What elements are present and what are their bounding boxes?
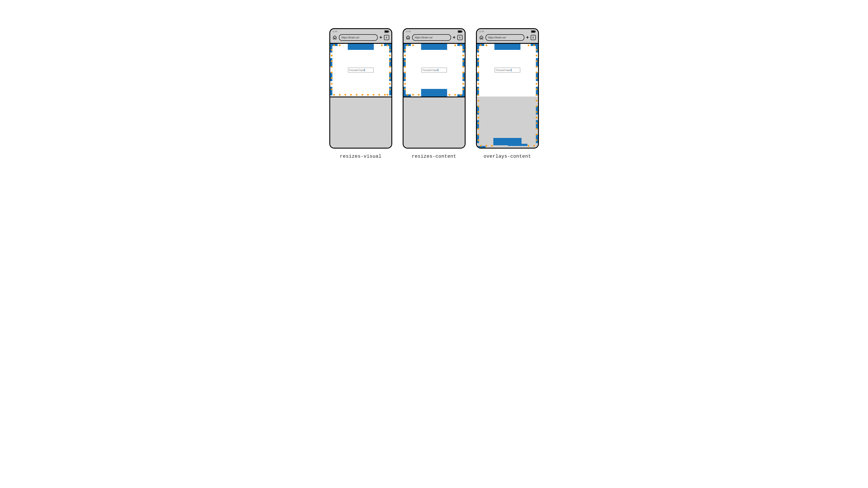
- visual-viewport-dot: [333, 44, 335, 46]
- text-cursor-icon: [365, 69, 365, 71]
- visual-viewport-dot: [533, 145, 535, 147]
- visual-viewport-dot: [412, 44, 414, 46]
- visual-viewport-dot: [536, 89, 537, 90]
- layout-border-dash: [404, 58, 406, 67]
- tab-count-button[interactable]: 5: [384, 35, 389, 40]
- layout-border-dash: [330, 44, 332, 53]
- visual-viewport-dot: [404, 72, 406, 73]
- browser-toolbar: https://bram.us/ + 5: [477, 33, 538, 43]
- visual-viewport-dot: [339, 94, 341, 96]
- layout-border-dash: [389, 72, 391, 81]
- visual-viewport-dot: [536, 66, 537, 68]
- visual-viewport-dot: [389, 83, 391, 85]
- svg-rect-2: [389, 31, 389, 32]
- page-footer-element: [421, 89, 447, 97]
- layout-border-dash: [330, 72, 332, 81]
- visual-viewport-dot: [477, 55, 479, 56]
- column-resizes-content: 11:45 https://bram.us/ + 5: [403, 28, 466, 159]
- caption-resizes-visual: resizes-visual: [340, 154, 382, 159]
- visual-viewport-dot: [404, 89, 406, 90]
- visual-viewport-dot: [386, 44, 388, 46]
- visual-viewport-dot: [460, 44, 462, 46]
- visual-viewport-dot: [389, 72, 391, 73]
- tab-count-value: 5: [386, 36, 387, 39]
- visual-viewport-dot: [454, 94, 456, 96]
- visual-viewport-dot: [528, 44, 529, 46]
- visual-viewport-dot: [536, 55, 537, 56]
- visual-viewport-dot: [331, 83, 333, 85]
- svg-rect-8: [535, 31, 536, 32]
- caption-resizes-content: resizes-content: [412, 154, 457, 159]
- visual-viewport-dot: [389, 60, 391, 62]
- status-time: 11:45: [332, 30, 338, 33]
- visual-viewport-dot: [404, 60, 406, 62]
- visual-viewport-dot: [462, 49, 464, 51]
- visual-viewport-dot: [536, 139, 537, 141]
- visual-viewport-dot: [333, 94, 335, 96]
- visual-viewport-dot: [404, 66, 406, 68]
- input-label: Focused Input: [423, 69, 438, 71]
- home-icon[interactable]: [406, 35, 410, 40]
- layout-border-dash: [536, 72, 538, 81]
- layout-border-dash: [477, 134, 479, 143]
- visual-viewport-dot: [536, 77, 537, 79]
- focused-input[interactable]: Focused Input: [421, 68, 447, 72]
- tab-count-button[interactable]: 5: [531, 35, 536, 40]
- visual-viewport-dot: [536, 94, 537, 96]
- visual-viewport-dot: [480, 145, 482, 147]
- status-bar: 11:45: [404, 29, 465, 33]
- new-tab-icon[interactable]: +: [453, 35, 456, 40]
- layout-border-dash: [536, 44, 538, 53]
- url-input[interactable]: https://bram.us/: [412, 34, 451, 41]
- visual-viewport-dot: [373, 94, 374, 96]
- visual-viewport-dot: [404, 83, 406, 85]
- visual-viewport-dot: [536, 105, 537, 107]
- new-tab-icon[interactable]: +: [379, 35, 382, 40]
- visual-viewport-dot: [477, 77, 479, 79]
- home-icon[interactable]: [332, 35, 337, 40]
- focused-input[interactable]: Focused Input: [348, 68, 374, 72]
- visual-viewport-dot: [462, 77, 464, 79]
- tab-count-button[interactable]: 5: [457, 35, 463, 40]
- visual-viewport-dot: [477, 94, 479, 96]
- virtual-keyboard: [404, 97, 465, 148]
- svg-rect-7: [531, 31, 535, 32]
- visual-viewport-dot: [381, 44, 383, 46]
- caption-overlays-content: overlays-content: [484, 154, 531, 159]
- new-tab-icon[interactable]: +: [526, 35, 529, 40]
- text-cursor-icon: [511, 69, 512, 71]
- visual-viewport-dot: [407, 44, 408, 46]
- visual-viewport-dot: [331, 89, 333, 90]
- visual-viewport-dot: [331, 72, 333, 73]
- page-viewport: Focused Input: [477, 44, 538, 148]
- page-header-element: [494, 44, 521, 50]
- visual-viewport-dot: [477, 83, 479, 85]
- visual-viewport-dot: [350, 94, 352, 96]
- layout-border-dash: [477, 72, 479, 81]
- visual-viewport-dot: [477, 139, 479, 141]
- url-input[interactable]: https://bram.us/: [486, 34, 524, 41]
- focused-input[interactable]: Focused Input: [495, 68, 520, 72]
- visual-viewport-dot: [477, 66, 479, 68]
- visual-viewport-dot: [404, 77, 406, 79]
- battery-icon: [531, 30, 536, 33]
- browser-toolbar: https://bram.us/ + 5: [330, 33, 391, 43]
- visual-viewport-dot: [536, 134, 537, 135]
- phone-resizes-content: 11:45 https://bram.us/ + 5: [403, 28, 466, 149]
- layout-border-dash: [389, 44, 391, 53]
- visual-viewport-dot: [491, 145, 493, 147]
- url-input[interactable]: https://bram.us/: [339, 34, 378, 41]
- layout-border-dash: [536, 134, 538, 143]
- layout-border-dash: [463, 72, 465, 81]
- visual-viewport-dot: [462, 60, 464, 62]
- visual-viewport-dot: [331, 55, 333, 56]
- visual-viewport-dot: [404, 49, 406, 51]
- visual-viewport-dot: [412, 94, 414, 96]
- visual-viewport-dot: [367, 94, 369, 96]
- text-cursor-icon: [438, 69, 438, 71]
- visual-viewport-dot: [344, 94, 346, 96]
- home-icon[interactable]: [479, 35, 484, 40]
- visual-viewport-dot: [536, 128, 537, 130]
- virtual-keyboard: [330, 97, 391, 148]
- visual-viewport-dot: [389, 66, 391, 68]
